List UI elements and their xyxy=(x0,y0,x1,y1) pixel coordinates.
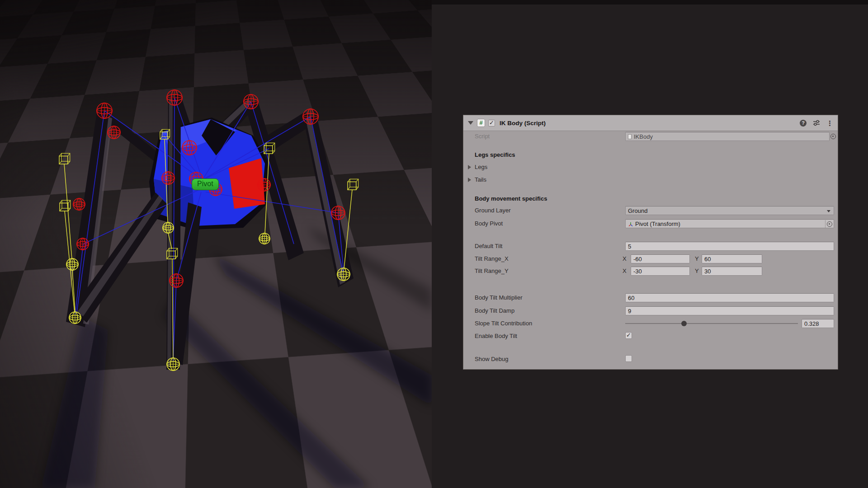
enable-body-tilt-checkbox[interactable] xyxy=(625,332,632,339)
body-tilt-multiplier-input[interactable]: 60 xyxy=(625,293,834,302)
body-tilt-damp-input[interactable]: 9 xyxy=(625,306,834,315)
body-pivot-label: Body Pivot xyxy=(475,220,503,227)
tilt-range-x-x-input[interactable]: -60 xyxy=(631,254,690,263)
ik-target-cube-gizmo[interactable] xyxy=(60,200,71,211)
foot-target-gizmo[interactable] xyxy=(66,258,78,270)
joint-rotation-gizmo[interactable] xyxy=(162,172,175,184)
joint-rotation-gizmo[interactable] xyxy=(182,141,197,155)
object-picker-icon[interactable] xyxy=(827,221,832,227)
component-foldout-icon[interactable] xyxy=(468,121,473,125)
script-object-picker-icon[interactable] xyxy=(830,134,836,139)
joint-rotation-gizmo[interactable] xyxy=(331,206,345,220)
tilt-range-x-y-input[interactable]: 60 xyxy=(702,254,762,263)
body-pivot-object-field[interactable]: Pivot (Transform) xyxy=(625,219,834,228)
tilt-range-y-y-input[interactable]: 30 xyxy=(702,267,762,276)
presets-icon[interactable] xyxy=(813,120,820,126)
pivot-gizmo-label: Pivot xyxy=(192,178,219,190)
inspector-panel: # IK Body (Script) ? ⋮ Script IKBody xyxy=(463,115,838,369)
unity-editor: Pivot # IK Body (Script) ? ⋮ Scrip xyxy=(0,0,868,488)
component-title: IK Body (Script) xyxy=(500,120,546,127)
default-tilt-label: Default Tilt xyxy=(475,243,502,249)
tilt-range-y-x-input[interactable]: -30 xyxy=(631,267,690,276)
joint-rotation-gizmo[interactable] xyxy=(108,126,120,139)
script-object-field[interactable]: IKBody xyxy=(625,132,830,141)
section-body-movement: Body movement specifics xyxy=(475,195,547,202)
top-dark-strip xyxy=(432,0,868,5)
section-legs-specifics: Legs specifics xyxy=(475,151,515,158)
show-debug-checkbox[interactable] xyxy=(625,355,632,362)
joint-rotation-gizmo[interactable] xyxy=(303,109,318,124)
joint-rotation-gizmo[interactable] xyxy=(244,94,258,109)
joint-rotation-gizmo[interactable] xyxy=(97,103,112,118)
foldout-arrow-icon[interactable] xyxy=(468,165,471,169)
joint-rotation-gizmo[interactable] xyxy=(167,90,182,105)
slope-tilt-contribution-input[interactable]: 0.328 xyxy=(802,319,834,328)
default-tilt-input[interactable]: 5 xyxy=(625,242,834,251)
joint-rotation-gizmo[interactable] xyxy=(73,198,85,210)
slope-tilt-contribution-label: Slope Tilt Contribution xyxy=(475,320,532,327)
component-enabled-checkbox[interactable] xyxy=(488,120,495,127)
foldout-tails[interactable]: Tails xyxy=(463,175,838,185)
script-asset-icon xyxy=(628,134,632,139)
chevron-down-icon xyxy=(827,210,830,212)
tilt-range-x-label: Tilt Range_X xyxy=(475,255,509,262)
body-tilt-damp-label: Body Tilt Damp xyxy=(475,307,514,314)
joint-rotation-gizmo[interactable] xyxy=(170,274,183,287)
script-label: Script xyxy=(475,133,490,140)
kebab-menu-icon[interactable]: ⋮ xyxy=(826,120,833,127)
foot-target-gizmo[interactable] xyxy=(69,312,81,324)
foot-target-gizmo[interactable] xyxy=(337,268,350,281)
joint-rotation-gizmo[interactable] xyxy=(77,238,89,250)
foot-target-gizmo[interactable] xyxy=(259,233,270,244)
ik-target-cube-gizmo[interactable] xyxy=(59,153,70,164)
foot-target-gizmo[interactable] xyxy=(167,358,179,371)
ik-target-cube-gizmo[interactable] xyxy=(348,179,359,190)
slope-slider-thumb[interactable] xyxy=(681,321,687,326)
spider-rig-graphics xyxy=(0,0,432,488)
foot-target-gizmo[interactable] xyxy=(163,222,174,233)
scene-view[interactable]: Pivot xyxy=(0,0,432,488)
foldout-arrow-icon[interactable] xyxy=(468,178,471,182)
help-icon[interactable]: ? xyxy=(800,120,807,127)
tilt-range-y-label: Tilt Range_Y xyxy=(475,267,509,274)
show-debug-label: Show Debug xyxy=(475,356,508,362)
enable-body-tilt-label: Enable Body Tilt xyxy=(475,333,517,339)
body-tilt-multiplier-label: Body Tilt Multiplier xyxy=(475,294,522,301)
ground-layer-label: Ground Layer xyxy=(475,207,511,214)
floor-shadows xyxy=(41,226,432,488)
csharp-script-icon: # xyxy=(477,119,485,127)
foldout-legs[interactable]: Legs xyxy=(463,162,838,172)
joint-rotation-gizmo[interactable] xyxy=(258,178,270,191)
transform-icon xyxy=(628,221,633,227)
ground-layer-dropdown[interactable]: Ground xyxy=(625,206,834,215)
slope-slider-track[interactable] xyxy=(625,323,798,324)
component-header[interactable]: # IK Body (Script) ? ⋮ xyxy=(463,115,838,131)
